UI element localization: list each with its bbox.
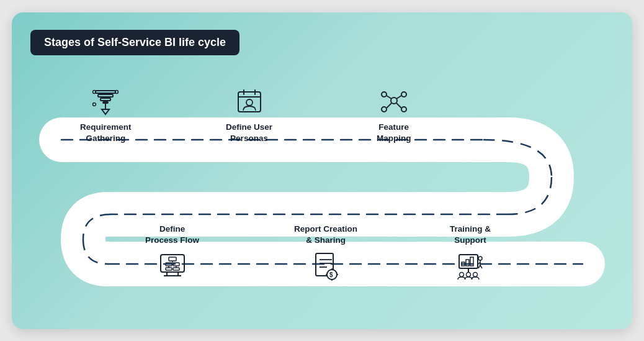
svg-rect-50 bbox=[462, 262, 465, 266]
svg-point-18 bbox=[382, 92, 387, 97]
training-support-label: Training &Support bbox=[450, 224, 491, 246]
svg-rect-4 bbox=[98, 94, 113, 97]
define-process-flow-icon bbox=[156, 250, 189, 282]
define-process-flow-label: DefineProcess Flow bbox=[145, 224, 199, 246]
svg-line-23 bbox=[396, 96, 401, 99]
svg-rect-3 bbox=[96, 91, 115, 93]
stage-define-process-flow: DefineProcess Flow bbox=[145, 224, 199, 282]
svg-rect-52 bbox=[470, 257, 473, 266]
svg-rect-6 bbox=[103, 102, 108, 103]
svg-point-16 bbox=[246, 99, 253, 106]
svg-rect-38 bbox=[173, 268, 179, 270]
svg-line-22 bbox=[387, 96, 391, 99]
svg-point-19 bbox=[401, 92, 406, 97]
svg-line-61 bbox=[480, 265, 482, 268]
svg-point-54 bbox=[460, 272, 464, 276]
svg-point-21 bbox=[401, 107, 406, 112]
stage-requirement-gathering: RequirementGathering bbox=[80, 86, 132, 144]
stage-define-user-personas: Define UserPersonas bbox=[226, 86, 272, 144]
define-user-personas-label: Define UserPersonas bbox=[226, 122, 272, 144]
stage-feature-mapping: FeatureMapping bbox=[377, 86, 411, 144]
define-user-personas-icon bbox=[233, 86, 266, 118]
stage-report-creation-sharing: Report Creation& Sharing $ bbox=[294, 224, 357, 282]
svg-point-20 bbox=[382, 107, 387, 112]
svg-rect-32 bbox=[166, 263, 172, 266]
requirement-gathering-icon bbox=[89, 86, 122, 118]
svg-rect-51 bbox=[466, 260, 469, 266]
training-support-icon bbox=[454, 250, 486, 282]
svg-text:$: $ bbox=[329, 271, 333, 278]
svg-line-60 bbox=[478, 265, 480, 268]
svg-point-17 bbox=[391, 98, 397, 104]
feature-mapping-icon bbox=[378, 86, 410, 118]
svg-line-24 bbox=[387, 103, 391, 108]
stage-training-support: Training &Support bbox=[450, 224, 491, 282]
svg-point-11 bbox=[93, 102, 96, 106]
svg-line-25 bbox=[396, 103, 401, 108]
svg-marker-8 bbox=[102, 109, 109, 114]
svg-rect-12 bbox=[238, 92, 261, 112]
report-creation-sharing-icon: $ bbox=[310, 250, 342, 282]
svg-point-56 bbox=[473, 272, 478, 276]
title-badge: Stages of Self-Service BI life cycle bbox=[30, 30, 239, 55]
svg-rect-30 bbox=[169, 257, 176, 261]
svg-point-57 bbox=[478, 257, 482, 260]
requirement-gathering-label: RequirementGathering bbox=[80, 122, 132, 144]
svg-point-9 bbox=[93, 90, 96, 93]
svg-rect-33 bbox=[173, 263, 179, 266]
report-creation-sharing-label: Report Creation& Sharing bbox=[294, 224, 357, 246]
main-card: Stages of Self-Service BI life cycle bbox=[12, 12, 632, 329]
svg-rect-37 bbox=[166, 268, 172, 270]
svg-point-55 bbox=[467, 272, 471, 276]
feature-mapping-label: FeatureMapping bbox=[377, 122, 411, 144]
svg-point-10 bbox=[115, 90, 119, 93]
svg-rect-5 bbox=[101, 98, 110, 101]
